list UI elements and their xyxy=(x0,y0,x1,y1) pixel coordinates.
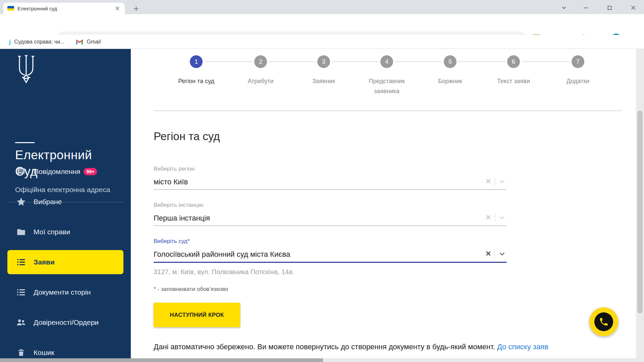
step-3-label: Заявник xyxy=(295,76,352,86)
sidebar-item-label: Кошик xyxy=(34,349,54,357)
sidebar-item-label: Документи сторін xyxy=(34,288,91,296)
step-connector xyxy=(522,61,570,62)
step-7-label: Додатки xyxy=(549,76,606,86)
tab-title: Електронний суд xyxy=(17,6,114,11)
chevron-down-icon[interactable] xyxy=(498,250,506,257)
bookmark-case[interactable]: j Судова справа: чи... xyxy=(9,38,64,46)
region-field-underline xyxy=(154,189,506,190)
ukraine-flag-favicon xyxy=(7,6,14,11)
list-icon xyxy=(16,257,26,267)
clear-icon[interactable]: ✕ xyxy=(485,177,491,185)
court-field-value[interactable]: Голосіївський районний суд міста Києва xyxy=(154,250,290,259)
message-icon xyxy=(16,167,26,177)
trash-icon xyxy=(16,348,26,358)
bookmark-gmail-label: Gmail xyxy=(87,39,101,45)
window-close-button[interactable] xyxy=(628,3,638,13)
folder-icon xyxy=(16,227,26,237)
step-5-label: Боржник xyxy=(422,76,479,86)
tab-search-chevron-icon[interactable] xyxy=(559,3,569,13)
sidebar-item-powers-of-attorney[interactable]: Довіреності/Ордери xyxy=(0,312,131,333)
horizontal-scrollbar-thumb[interactable] xyxy=(0,358,323,362)
page-title: Регіон та суд xyxy=(154,130,220,143)
clear-icon[interactable]: ✕ xyxy=(485,250,491,258)
step-2-circle[interactable]: 2 xyxy=(254,55,267,68)
step-connector xyxy=(332,61,379,62)
phone-icon xyxy=(594,312,613,331)
field-separator xyxy=(495,249,495,258)
step-4-circle[interactable]: 4 xyxy=(380,55,393,68)
court-field-label: Виберіть суд* xyxy=(154,238,190,245)
sidebar-item-label: Заяви xyxy=(34,258,55,266)
region-field-value[interactable]: місто Київ xyxy=(154,178,188,186)
browser-toolbar: cabinet.court.gov.ua/claims/f0a5a63d843e… xyxy=(0,14,644,35)
sidebar-item-label: Довіреності/Ордери xyxy=(34,318,99,326)
clear-icon[interactable]: ✕ xyxy=(485,214,491,222)
field-separator xyxy=(495,177,495,186)
region-field-controls: ✕ xyxy=(485,177,506,186)
gmail-icon xyxy=(76,39,83,45)
step-connector xyxy=(395,61,442,62)
next-step-button[interactable]: НАСТУПНИЙ КРОК xyxy=(154,303,240,327)
window-minimize-button[interactable] xyxy=(581,3,591,13)
sidebar-item-favorites[interactable]: Вибране xyxy=(0,191,131,213)
step-1-circle[interactable]: 1 xyxy=(190,55,203,68)
step-2-label: Атрибути xyxy=(232,76,289,86)
claims-list-link[interactable]: До списку заяв xyxy=(497,343,548,351)
browser-tab[interactable]: Електронний суд xyxy=(3,3,125,14)
sidebar-item-my-cases[interactable]: Мої справи xyxy=(0,221,131,243)
browser-tab-strip: Електронний суд xyxy=(0,0,644,14)
bookmark-case-label: Судова справа: чи... xyxy=(14,39,64,45)
list-icon xyxy=(16,287,26,297)
required-note: * - заповнювати обов'язково xyxy=(154,286,228,293)
chevron-down-icon[interactable] xyxy=(498,178,506,185)
instance-field-underline xyxy=(154,226,506,226)
brand-divider xyxy=(15,142,35,143)
instance-field-controls: ✕ xyxy=(485,213,506,222)
instance-field-label: Виберіть інстанцію xyxy=(154,202,204,208)
step-3-circle[interactable]: 3 xyxy=(317,55,330,68)
trident-logo-icon xyxy=(15,54,37,86)
sidebar-item-label: Мої справи xyxy=(34,228,70,236)
region-field-label: Виберіть регіон xyxy=(154,166,195,172)
instance-field-value[interactable]: Перша інстанція xyxy=(154,214,210,223)
step-1-label: Регіон та суд xyxy=(168,76,225,86)
chevron-down-icon[interactable] xyxy=(498,214,506,221)
step-connector xyxy=(458,61,505,62)
step-7-circle[interactable]: 7 xyxy=(572,55,584,68)
step-6-label: Текст заяви xyxy=(485,76,542,86)
sidebar-item-label: Повідомлення xyxy=(34,168,80,176)
people-icon xyxy=(16,317,26,327)
sidebar-item-label: Вибране xyxy=(34,198,62,206)
sidebar-item-messages[interactable]: Повідомлення 99+ xyxy=(0,161,131,182)
vertical-scrollbar-thumb[interactable] xyxy=(637,111,643,313)
window-maximize-button[interactable] xyxy=(604,3,614,13)
sidebar-item-claims[interactable]: Заяви xyxy=(7,250,123,274)
sidebar: Електронний Суд Офіційна електронна адре… xyxy=(0,49,131,358)
tab-close-icon[interactable] xyxy=(114,5,121,12)
step-4-label: Представник заявника xyxy=(363,76,410,96)
court-address-helper: 3127, м. Київ, вул. Полковника Потєхіна,… xyxy=(154,268,292,276)
step-connector xyxy=(204,61,253,62)
star-icon xyxy=(16,197,26,207)
bookmarks-bar: j Судова справа: чи... Gmail xyxy=(0,35,644,49)
messages-count-badge: 99+ xyxy=(84,168,97,175)
section-divider xyxy=(154,111,622,111)
bookmark-case-favicon: j xyxy=(9,38,11,46)
step-6-circle[interactable]: 6 xyxy=(507,55,520,68)
step-5-circle[interactable]: 5 xyxy=(444,55,457,68)
phone-support-fab[interactable] xyxy=(589,307,618,336)
court-field-controls: ✕ xyxy=(485,249,506,258)
court-field-underline xyxy=(154,262,506,263)
field-separator xyxy=(495,213,495,222)
bookmark-gmail[interactable]: Gmail xyxy=(76,39,101,45)
sidebar-item-party-documents[interactable]: Документи сторін xyxy=(0,282,131,303)
new-tab-button[interactable] xyxy=(131,4,141,13)
autosave-message: Дані автоматично збережено. Ви можете по… xyxy=(154,343,548,351)
step-connector xyxy=(269,61,316,62)
